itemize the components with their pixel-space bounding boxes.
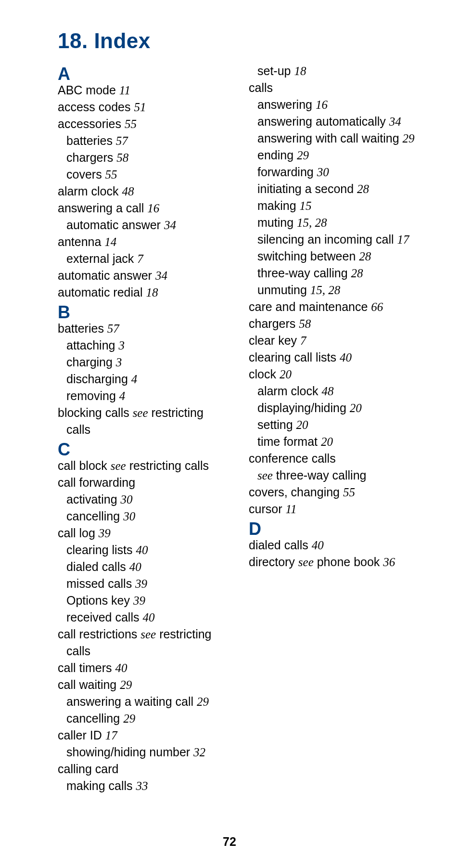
index-entry: switching between 28 — [249, 248, 421, 265]
index-entry: see three-way calling — [249, 467, 421, 484]
index-entry: missed calls 39 — [58, 575, 230, 592]
index-entry: automatic answer 34 — [58, 267, 230, 284]
index-entry: removing 4 — [58, 388, 230, 404]
index-entry: chargers 58 — [58, 149, 230, 166]
index-entry: charging 3 — [58, 354, 230, 371]
index-entry: answering automatically 34 — [249, 113, 421, 130]
index-entry: attaching 3 — [58, 337, 230, 354]
letter-heading: A — [58, 65, 230, 83]
index-entry: three-way calling 28 — [249, 265, 421, 282]
index-entry: set-up 18 — [249, 63, 421, 79]
chapter-title: 18. Index — [58, 29, 421, 53]
index-entry: alarm clock 48 — [249, 383, 421, 400]
index-entry: answering 16 — [249, 96, 421, 113]
index-entry: dialed calls 40 — [58, 558, 230, 575]
index-columns: AABC mode 11access codes 51accessories 5… — [58, 63, 421, 804]
index-entry: cursor 11 — [249, 501, 421, 518]
index-entry: received calls 40 — [58, 609, 230, 626]
index-entry: call log 39 — [58, 525, 230, 542]
index-entry: blocking calls see restricting calls — [58, 404, 230, 438]
index-entry: setting 20 — [249, 416, 421, 433]
index-entry: unmuting 15, 28 — [249, 282, 421, 298]
letter-heading: D — [249, 520, 421, 538]
index-entry: making 15 — [249, 197, 421, 214]
index-entry: call timers 40 — [58, 660, 230, 676]
index-entry: clear key 7 — [249, 332, 421, 349]
index-entry: calls — [249, 79, 421, 96]
index-entry: chargers 58 — [249, 315, 421, 332]
index-entry: covers 55 — [58, 166, 230, 183]
index-entry: dialed calls 40 — [249, 537, 421, 554]
index-entry: antenna 14 — [58, 233, 230, 250]
index-entry: making calls 33 — [58, 777, 230, 794]
index-entry: discharging 4 — [58, 371, 230, 388]
index-entry: alarm clock 48 — [58, 183, 230, 200]
index-entry: call waiting 29 — [58, 676, 230, 693]
index-entry: cancelling 30 — [58, 508, 230, 525]
index-entry: call block see restricting calls — [58, 457, 230, 474]
index-entry: muting 15, 28 — [249, 214, 421, 231]
index-entry: answering with call waiting 29 — [249, 130, 421, 147]
index-entry: forwarding 30 — [249, 164, 421, 181]
index-entry: clearing call lists 40 — [249, 349, 421, 366]
index-entry: automatic redial 18 — [58, 284, 230, 301]
index-entry: caller ID 17 — [58, 727, 230, 744]
index-entry: displaying/hiding 20 — [249, 400, 421, 416]
index-entry: accessories 55 — [58, 116, 230, 132]
index-entry: answering a waiting call 29 — [58, 693, 230, 710]
index-entry: covers, changing 55 — [249, 484, 421, 501]
index-entry: ending 29 — [249, 147, 421, 164]
index-entry: automatic answer 34 — [58, 217, 230, 233]
index-entry: cancelling 29 — [58, 710, 230, 727]
index-entry: clock 20 — [249, 366, 421, 383]
index-entry: batteries 57 — [58, 132, 230, 149]
index-entry: calling card — [58, 761, 230, 777]
index-entry: ABC mode 11 — [58, 82, 230, 99]
index-entry: activating 30 — [58, 491, 230, 508]
letter-heading: C — [58, 441, 230, 458]
index-entry: answering a call 16 — [58, 200, 230, 217]
index-entry: access codes 51 — [58, 99, 230, 116]
index-entry: external jack 7 — [58, 250, 230, 267]
index-entry: conference calls — [249, 450, 421, 467]
index-entry: clearing lists 40 — [58, 542, 230, 558]
index-entry: time format 20 — [249, 433, 421, 450]
index-entry: call forwarding — [58, 474, 230, 491]
index-entry: care and maintenance 66 — [249, 298, 421, 315]
index-entry: call restrictions see restricting calls — [58, 626, 230, 660]
index-entry: showing/hiding number 32 — [58, 744, 230, 761]
index-entry: batteries 57 — [58, 320, 230, 337]
index-entry: silencing an incoming call 17 — [249, 231, 421, 248]
letter-heading: B — [58, 304, 230, 321]
index-entry: initiating a second 28 — [249, 181, 421, 197]
index-entry: directory see phone book 36 — [249, 554, 421, 570]
index-entry: Options key 39 — [58, 592, 230, 609]
page-number: 72 — [0, 835, 459, 849]
